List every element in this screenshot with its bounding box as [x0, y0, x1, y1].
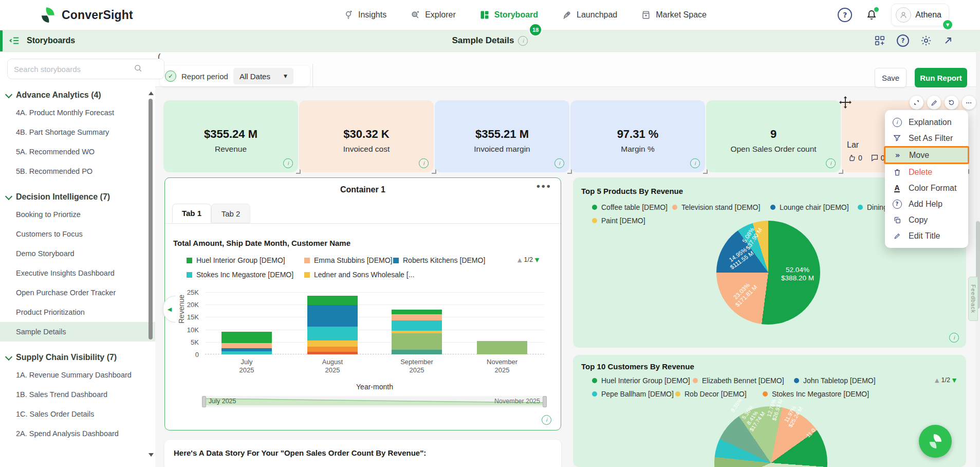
help-icon[interactable]: ? [838, 8, 852, 22]
brand[interactable]: ConverSight [39, 6, 133, 24]
search-icon[interactable] [133, 63, 143, 73]
sidebar-item-1a-revenue-summary-dashboard[interactable]: 1A. Revenue Summary Dashboard [0, 365, 155, 385]
nav-item-market-space[interactable]: Market Space [641, 10, 707, 20]
kpi-info-icon[interactable]: i [826, 158, 836, 168]
date-range-select[interactable]: All Dates ▼ [233, 68, 293, 84]
legend-page-down-icon[interactable]: ▼ [535, 257, 539, 263]
sidebar-item-1c-sales-order-details[interactable]: 1C. Sales Order Details [0, 404, 155, 424]
slider-left-handle[interactable] [202, 396, 206, 407]
top10-legend-item-1[interactable]: Huel Interior Group [DEMO] [592, 376, 690, 385]
sidebar-item-4b-part-shortage-summary[interactable]: 4B. Part Shortage Summary [0, 122, 155, 142]
top5-info-icon[interactable]: i [949, 333, 959, 343]
sidebar-item-2a-spend-analysis-dashboard[interactable]: 2A. Spend Analysis Dashboard [0, 424, 155, 443]
top5-legend-item-5[interactable]: Paint [DEMO] [592, 217, 645, 225]
refresh-widget-button[interactable] [945, 96, 958, 110]
sidebar-item-4a-product-monthly-forecast[interactable]: 4A. Product Monthly Forecast [0, 103, 155, 122]
sidebar-item-customers-to-focus[interactable]: Customers to Focus [0, 224, 155, 244]
scroll-down-icon[interactable] [149, 453, 154, 457]
sidebar-item-product-prioritization[interactable]: Product Prioritization [0, 302, 155, 322]
kpi-card-invoiced-cost[interactable]: $30.32 KInvoiced costi [299, 100, 434, 172]
more-options-button[interactable]: ••• [962, 96, 976, 110]
top10-legend-item-5[interactable]: Rob Decor [DEMO] [675, 390, 747, 398]
kpi-card-open-sales-order-count[interactable]: 9Open Sales Order counti [706, 100, 841, 172]
menu-item-delete[interactable]: Delete [885, 164, 968, 180]
menu-item-color-format[interactable]: AColor Format [885, 180, 968, 196]
report-period-check-icon[interactable]: ✓ [165, 70, 176, 82]
menu-item-edit-title[interactable]: Edit Title [885, 228, 968, 244]
sidebar-section-supply-chain-visibility-7-[interactable]: Supply Chain Visibility (7) [0, 353, 155, 362]
legend-item-5[interactable]: Ledner and Sons Wholesale [... [304, 271, 414, 279]
sidebar-item-5b-recommended-po[interactable]: 5B. Recommended PO [0, 161, 155, 181]
top5-legend-item-2[interactable]: Television stand [DEMO] [672, 203, 760, 211]
stacked-bar-2[interactable] [307, 296, 358, 354]
save-button[interactable]: Save [875, 68, 907, 87]
top5-legend-item-1[interactable]: Coffee table [DEMO] [592, 203, 668, 211]
menu-item-add-help[interactable]: ?Add Help [885, 196, 968, 212]
run-report-button[interactable]: Run Report [915, 68, 967, 87]
fullscreen-icon[interactable] [943, 35, 953, 46]
bar-chart-plot[interactable] [205, 292, 544, 354]
legend-page-down-icon[interactable]: ▼ [952, 377, 956, 384]
legend-item-3[interactable]: Roberts Kitchens [DEMO] [393, 256, 485, 264]
notifications-bell-icon[interactable] [865, 9, 878, 21]
sidebar-scroll-thumb[interactable] [149, 99, 153, 339]
toolbar-help-icon[interactable]: ? [897, 34, 909, 47]
menu-item-move[interactable]: »Move [884, 146, 969, 164]
top10-legend-item-4[interactable]: Pepe Ballham [DEMO] [592, 390, 674, 398]
container-menu-icon[interactable]: ●●● [536, 182, 551, 190]
sidebar-item-demo-storyboard[interactable]: Demo Storyboard [0, 244, 155, 263]
edit-widget-button[interactable] [927, 96, 941, 110]
sidebar-section-decision-intelligence-7-[interactable]: Decision Intelligence (7) [0, 192, 155, 202]
main-scrollbar[interactable] [976, 51, 980, 467]
nav-item-storyboard[interactable]: Storyboard18 [479, 10, 538, 20]
slider-right-handle[interactable] [543, 396, 547, 407]
settings-gear-icon[interactable] [920, 35, 932, 46]
top10-legend-item-6[interactable]: Stokes Inc Megastore [DEMO] [763, 390, 869, 398]
legend-page-up-icon[interactable]: ▲ [935, 377, 939, 384]
legend-page-up-icon[interactable]: ▲ [517, 257, 522, 263]
collapse-sidebar-tab[interactable]: ◀ [163, 296, 176, 322]
tab-2[interactable]: Tab 2 [211, 204, 250, 223]
tab-1[interactable]: Tab 1 [172, 204, 211, 223]
sidebar-item-open-purchase-order-tracker[interactable]: Open Purchase Order Tracker [0, 283, 155, 302]
sidebar-item-sample-details[interactable]: Sample Details [0, 322, 155, 342]
feedback-tab[interactable]: Feedback [968, 277, 978, 321]
nav-item-explorer[interactable]: Explorer [410, 10, 456, 20]
nav-item-insights[interactable]: Insights [343, 10, 386, 20]
container-info-icon[interactable]: i [542, 415, 551, 425]
stacked-bar-1[interactable] [221, 332, 272, 354]
kpi-info-icon[interactable]: i [283, 158, 293, 168]
scroll-up-icon[interactable] [149, 92, 154, 95]
page-info-icon[interactable]: i [518, 36, 528, 46]
sidebar-item-5a-recommended-wo[interactable]: 5A. Recommended WO [0, 142, 155, 161]
sidebar-item-booking-to-priortize[interactable]: Booking to Priortize [0, 205, 155, 224]
menu-item-copy[interactable]: Copy [885, 212, 968, 228]
top10-legend-item-2[interactable]: Elizabeth Bennet [DEMO] [693, 376, 784, 385]
menu-item-set-as-filter[interactable]: Set As Filter [885, 130, 968, 146]
legend-item-2[interactable]: Emma Stubbins [DEMO] [304, 256, 393, 264]
menu-item-explanation[interactable]: iExplanation [885, 114, 968, 130]
kpi-info-icon[interactable]: i [690, 158, 700, 168]
top10-legend-item-3[interactable]: John Tabletop [DEMO] [794, 376, 876, 385]
kpi-card-margin-[interactable]: 97.31 %Margin %i [570, 100, 705, 172]
nav-item-launchpad[interactable]: Launchpad [562, 10, 617, 20]
kpi-card-invoiced-margin[interactable]: $355.21 MInvoiced margini [435, 100, 569, 172]
top5-legend-item-4[interactable]: Dining [858, 203, 887, 211]
top5-legend-item-3[interactable]: Lounge chair [DEMO] [770, 203, 849, 211]
legend-item-4[interactable]: Stokes Inc Megastore [DEMO] [187, 271, 293, 279]
sidebar-scrollbar[interactable] [149, 92, 153, 462]
move-drag-handle-icon[interactable] [839, 96, 852, 109]
comments[interactable]: 0 [871, 154, 885, 162]
kpi-info-icon[interactable]: i [419, 158, 429, 168]
user-menu[interactable]: Athena ▼ [891, 4, 949, 26]
add-widget-icon[interactable] [874, 35, 885, 46]
sidebar-item-executive-insights-dashboard[interactable]: Executive Insights Dashboard [0, 263, 155, 283]
expand-widget-button[interactable] [910, 96, 923, 110]
stacked-bar-3[interactable] [392, 310, 442, 354]
legend-item-1[interactable]: Huel Interior Group [DEMO] [187, 256, 285, 264]
sidebar-section-advance-analytics-4-[interactable]: Advance Analytics (4) [0, 91, 155, 100]
stacked-bar-4[interactable] [477, 341, 527, 354]
time-range-slider[interactable]: July 2025 November 2025 [204, 396, 545, 407]
likes[interactable]: 0 [848, 154, 862, 162]
sidebar-item-1b-sales-trend-dashboard[interactable]: 1B. Sales Trend Dashboard [0, 385, 155, 404]
